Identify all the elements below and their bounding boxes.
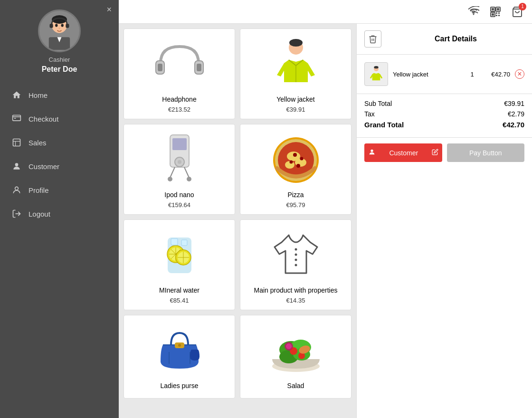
svg-point-19: [473, 13, 475, 15]
cart-item-row: Yellow jacket 1 €42.70 ×: [364, 59, 524, 89]
product-image-pizza: [265, 130, 327, 187]
subtotal-row: Sub Total €39.91: [364, 100, 524, 107]
sidebar-item-profile[interactable]: Profile: [0, 178, 119, 202]
tax-label: Tax: [364, 110, 375, 118]
svg-rect-33: [158, 64, 162, 71]
product-grid: Headphone €213.52: [124, 28, 352, 399]
product-price-main-product: €14.35: [286, 297, 305, 304]
svg-point-36: [289, 39, 303, 47]
avatar: [38, 10, 81, 52]
svg-point-89: [370, 150, 373, 152]
cart-item-name: Yellow jacket: [393, 71, 463, 78]
svg-point-69: [294, 248, 297, 251]
product-name-ladies-purse: Ladies purse: [160, 382, 198, 390]
customer-icon: [11, 161, 22, 171]
svg-rect-67: [171, 238, 178, 245]
grand-total-label: Grand Total: [364, 121, 404, 129]
product-name-salad: Salad: [287, 382, 304, 390]
product-image-mineral-water: [149, 226, 210, 283]
pay-button[interactable]: Pay Button: [447, 143, 525, 162]
sidebar-sales-label: Sales: [28, 139, 47, 147]
product-name-yellow-jacket: Yellow jacket: [276, 95, 314, 103]
svg-point-72: [294, 264, 297, 266]
product-image-ladies-purse: [149, 321, 210, 378]
cart-item-thumbnail: [364, 62, 388, 86]
product-card-mineral-water[interactable]: MIneral water €85.41: [124, 219, 235, 310]
svg-rect-25: [492, 13, 494, 16]
product-card-ipod[interactable]: Ipod nano €159.64: [124, 124, 235, 215]
svg-point-54: [289, 161, 293, 164]
svg-rect-39: [172, 138, 187, 150]
sidebar-logout-label: Logout: [28, 210, 50, 218]
product-image-main-product: [265, 226, 327, 283]
product-name-headphone: Headphone: [162, 95, 196, 103]
svg-rect-8: [50, 24, 53, 28]
svg-point-52: [293, 153, 297, 157]
grand-total-value: €42.70: [503, 121, 524, 129]
svg-rect-34: [197, 64, 201, 71]
product-image-ipod: [149, 130, 210, 187]
checkout-icon: [11, 114, 22, 124]
svg-line-42: [170, 167, 175, 178]
product-price-headphone: €213.52: [168, 106, 190, 113]
trash-button[interactable]: [364, 30, 381, 48]
svg-line-43: [184, 167, 189, 178]
sidebar-item-logout[interactable]: Logout: [0, 202, 119, 226]
qrcode-icon[interactable]: [488, 5, 503, 19]
svg-rect-68: [181, 240, 187, 246]
cart-actions: Customer Pay Button: [357, 138, 532, 168]
main-content: 1: [119, 0, 532, 418]
tax-value: €2.79: [508, 110, 524, 118]
cart-icon[interactable]: 1: [510, 5, 524, 19]
product-price-mineral-water: €85.41: [170, 297, 189, 304]
svg-point-16: [15, 163, 19, 166]
wifi-icon[interactable]: [466, 5, 481, 19]
sidebar-item-checkout[interactable]: Checkout: [0, 107, 119, 131]
close-icon[interactable]: ×: [106, 5, 112, 15]
sidebar-navigation: Home Checkout Sales Customer Profile: [0, 83, 119, 226]
svg-point-85: [286, 343, 292, 349]
svg-rect-23: [497, 8, 499, 10]
cart-badge: 1: [519, 3, 526, 10]
profile-icon: [11, 185, 22, 195]
svg-rect-26: [496, 12, 497, 14]
logout-icon: [11, 209, 22, 219]
svg-rect-29: [498, 15, 500, 16]
sidebar-checkout-label: Checkout: [28, 115, 58, 123]
customer-btn-label: Customer: [389, 149, 418, 157]
cart-item-price: €42.70: [482, 71, 510, 78]
svg-point-44: [168, 177, 172, 181]
product-card-headphone[interactable]: Headphone €213.52: [124, 28, 235, 119]
content-area: Headphone €213.52: [119, 24, 532, 418]
subtotal-value: €39.91: [504, 100, 524, 107]
product-card-yellow-jacket[interactable]: Yellow jacket €39.91: [240, 28, 352, 119]
product-card-ladies-purse[interactable]: Ladies purse: [124, 315, 235, 399]
sidebar-item-customer[interactable]: Customer: [0, 154, 119, 178]
sidebar-profile-label: Profile: [28, 186, 49, 194]
cashier-role-label: Cashier: [49, 56, 70, 63]
product-card-salad[interactable]: Salad: [240, 315, 352, 399]
cart-item-remove-button[interactable]: ×: [515, 69, 524, 79]
cart-title: Cart Details: [387, 35, 524, 43]
product-image-headphone: [149, 35, 210, 92]
svg-point-70: [294, 254, 297, 256]
product-grid-container: Headphone €213.52: [119, 24, 356, 418]
svg-point-5: [55, 24, 57, 27]
cart-totals: Sub Total €39.91 Tax €2.79 Grand Total €…: [357, 94, 532, 138]
svg-rect-13: [13, 139, 20, 146]
sidebar-item-home[interactable]: Home: [0, 83, 119, 107]
home-icon: [11, 90, 22, 100]
product-price-ipod: €159.64: [168, 201, 190, 209]
product-price-pizza: €95.79: [286, 201, 305, 209]
svg-rect-10: [13, 115, 21, 121]
cashier-name-label: Peter Doe: [42, 65, 77, 74]
product-card-main-product[interactable]: Main product with properties €14.35: [240, 219, 352, 310]
sidebar-item-sales[interactable]: Sales: [0, 131, 119, 154]
svg-point-74: [178, 344, 181, 347]
svg-point-88: [374, 66, 378, 68]
svg-rect-27: [498, 12, 500, 14]
product-card-pizza[interactable]: Pizza €95.79: [240, 124, 352, 215]
customer-button[interactable]: Customer: [364, 143, 442, 162]
svg-rect-21: [492, 8, 494, 10]
svg-point-6: [61, 24, 64, 27]
